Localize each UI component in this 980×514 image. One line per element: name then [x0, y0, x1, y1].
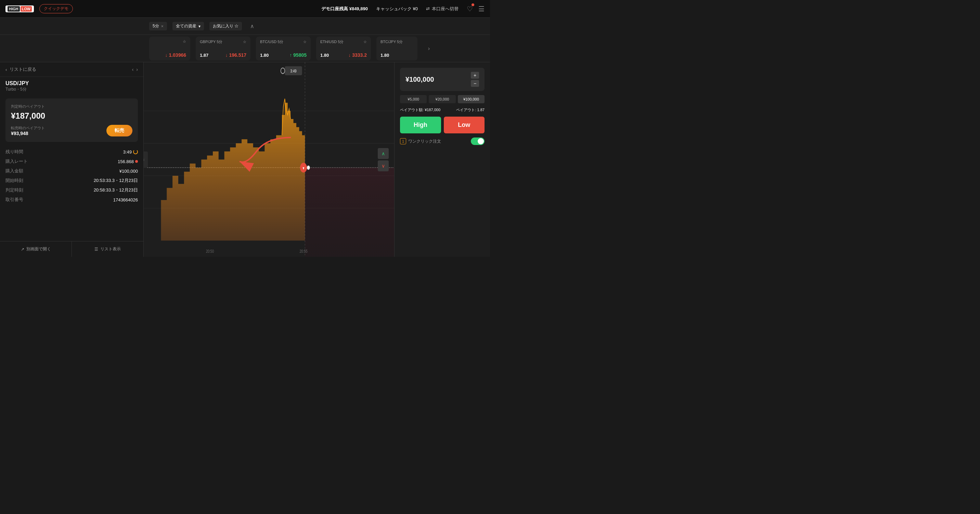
quick-amount-20000[interactable]: ¥20,000: [429, 95, 455, 103]
quick-amount-100000[interactable]: ¥100,000: [458, 95, 485, 103]
one-click-row: 1 ワンクリック注文: [400, 138, 485, 145]
asset-card-eurusd[interactable]: ☆ ↓ 1.03966: [149, 36, 190, 60]
payout-info-row: ペイアウト額: ¥187,000 ペイアウト: 1.87: [400, 107, 485, 113]
svg-text:20:55: 20:55: [299, 249, 307, 254]
asset-card-ethusd[interactable]: ETH/USD 5分 ☆ 1.80 ↓ 3333.2: [316, 36, 371, 60]
purchase-row: 購入金額 ¥100,000: [5, 168, 138, 174]
payout-rate-label: ペイアウト: 1.87: [456, 107, 485, 113]
header-cashback: キャッシュバック ¥0: [376, 6, 418, 12]
chart-scroll-down-button[interactable]: ∨: [378, 160, 389, 171]
logo-high: HIGH: [8, 6, 20, 12]
prev-symbol-button[interactable]: ‹: [132, 67, 134, 72]
star-icon[interactable]: ☆: [303, 40, 307, 44]
back-arrow-icon: ‹: [5, 67, 7, 72]
one-click-toggle[interactable]: [471, 138, 485, 145]
switch-account-button[interactable]: ⇄ 本口座へ切替: [426, 6, 458, 12]
rate-value: 156.868: [118, 159, 138, 164]
chart-area: オプション Turbo・5分 ⋯ ‹: [144, 62, 394, 257]
chevron-down-icon: ▾: [199, 24, 200, 29]
symbol-name: USD/JPY: [5, 80, 29, 87]
nav-arrows: ‹ ›: [132, 67, 138, 72]
collapse-button[interactable]: ∧: [247, 23, 257, 29]
main-layout: ‹ リストに戻る ‹ › USD/JPY Turbo・5分 判定時のペイアウト …: [0, 62, 490, 257]
payout-amount-label: ペイアウト額: ¥187,000: [400, 107, 441, 113]
asset-name: BTC/JPY 5分: [380, 39, 403, 44]
svg-text:▼: ▼: [302, 166, 305, 171]
asset-filter[interactable]: 全ての資産 ▾: [172, 22, 204, 30]
asset-name: BTC/USD 5分: [260, 39, 283, 44]
asset-card-btcjpy[interactable]: BTC/JPY 5分 1.80: [376, 36, 417, 60]
list-icon: ☰: [94, 247, 98, 252]
next-symbol-button[interactable]: ›: [136, 67, 138, 72]
one-click-label: ワンクリック注文: [408, 138, 441, 144]
asset-name: ETH/USD 5分: [320, 39, 344, 44]
bottom-actions: ↗ 別画面で開く ☰ リスト表示: [0, 241, 143, 257]
rate-indicator: [135, 160, 138, 163]
chart-collapse-button[interactable]: ‹: [144, 151, 148, 168]
resell-amount: ¥93,948: [11, 131, 45, 136]
symbol-info: USD/JPY Turbo・5分: [0, 77, 143, 96]
logo: HIGH LOW: [5, 5, 34, 12]
resell-row: 転売時のペイアウト ¥93,948 転売: [11, 125, 132, 136]
svg-point-13: [307, 165, 310, 170]
chart-scroll-up-button[interactable]: ∧: [378, 148, 389, 159]
trade-number-row: 取引番号 1743664026: [5, 197, 138, 203]
svg-text:3:49: 3:49: [291, 68, 297, 73]
settlement-time-row: 判定時刻 20:58:33.3・12月23日: [5, 187, 138, 193]
remaining-time-row: 残り時間 3:49: [5, 149, 138, 155]
favorites-icon[interactable]: ♡: [467, 5, 473, 13]
menu-icon[interactable]: ☰: [478, 5, 485, 13]
amount-controls: + −: [471, 72, 479, 87]
asset-card-gbpjpy[interactable]: GBP/JPY 5分 ☆ 1.87 ↓ 196.517: [196, 36, 250, 60]
star-icon[interactable]: ☆: [243, 40, 247, 44]
asset-name: GBP/JPY 5分: [200, 39, 223, 44]
payout-label: 判定時のペイアウト: [11, 104, 132, 109]
purchase-value: ¥100,000: [119, 168, 138, 174]
timer-icon: [133, 149, 138, 154]
next-assets-button[interactable]: ›: [428, 46, 430, 52]
time-filter[interactable]: 5分 ×: [149, 22, 167, 30]
settlement-time-value: 20:58:33.3・12月23日: [94, 187, 138, 193]
notification-badge: [471, 3, 474, 6]
trade-details: 残り時間 3:49 購入レート 156.868 購入金額 ¥100,000 開始…: [0, 145, 143, 207]
quick-amount-5000[interactable]: ¥5,000: [400, 95, 427, 103]
amount-value: ¥100,000: [406, 76, 434, 83]
header-balance: デモ口座残高 ¥849,890: [321, 6, 368, 12]
star-icon[interactable]: ☆: [183, 39, 186, 44]
left-panel: ‹ リストに戻る ‹ › USD/JPY Turbo・5分 判定時のペイアウト …: [0, 62, 144, 257]
svg-rect-7: [305, 168, 394, 257]
header-right: デモ口座残高 ¥849,890 キャッシュバック ¥0 ⇄ 本口座へ切替 ♡ ☰: [321, 5, 485, 13]
amount-decrease-button[interactable]: −: [471, 80, 479, 87]
asset-card-btcusd[interactable]: BTC/USD 5分 ☆ 1.80 ↑ 95805: [256, 36, 311, 60]
amount-increase-button[interactable]: +: [471, 72, 479, 79]
one-click-icon: 1: [400, 138, 406, 144]
list-view-button[interactable]: ☰ リスト表示: [72, 241, 143, 257]
remaining-time-value: 3:49: [123, 149, 138, 155]
quick-amounts: ¥5,000 ¥20,000 ¥100,000: [400, 95, 485, 103]
start-time-value: 20:53:33.3・12月23日: [94, 178, 138, 184]
right-panel: ¥100,000 + − ¥5,000 ¥20,000 ¥100,000 ペイア…: [394, 62, 490, 257]
star-icon[interactable]: ☆: [363, 40, 367, 44]
demo-badge[interactable]: クイックデモ: [39, 4, 73, 13]
resell-info: 転売時のペイアウト ¥93,948: [11, 125, 45, 136]
resell-label: 転売時のペイアウト: [11, 125, 45, 131]
svg-text:20:50: 20:50: [206, 249, 214, 254]
asset-cards-row: ☆ ↓ 1.03966 GBP/JPY 5分 ☆ 1.87 ↓ 196.517 …: [0, 35, 490, 62]
resell-button[interactable]: 転売: [107, 125, 132, 136]
start-time-row: 開始時刻 20:53:33.3・12月23日: [5, 178, 138, 184]
logo-low: LOW: [21, 6, 32, 12]
header-icons: ♡ ☰: [467, 5, 485, 13]
chart-nav-buttons: ∧ ∨: [378, 148, 389, 171]
high-button[interactable]: High: [400, 117, 441, 133]
rate-row: 購入レート 156.868: [5, 158, 138, 165]
open-new-window-button[interactable]: ↗ 別画面で開く: [0, 241, 72, 257]
payout-amount: ¥187,000: [11, 111, 132, 121]
payout-card: 判定時のペイアウト ¥187,000 転売時のペイアウト ¥93,948 転売: [5, 98, 138, 142]
toggle-knob: [478, 138, 484, 144]
trade-number-value: 1743664026: [113, 197, 138, 203]
header: HIGH LOW クイックデモ デモ口座残高 ¥849,890 キャッシュバック…: [0, 0, 490, 18]
favorites-filter[interactable]: お気に入り ☆: [209, 22, 242, 30]
low-button[interactable]: Low: [444, 117, 485, 133]
time-filter-close[interactable]: ×: [161, 24, 164, 29]
back-nav[interactable]: ‹ リストに戻る ‹ ›: [0, 62, 143, 77]
